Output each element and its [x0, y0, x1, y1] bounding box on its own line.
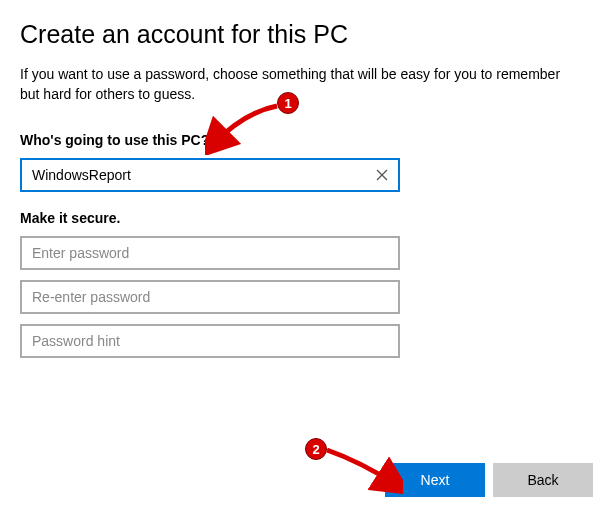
back-button[interactable]: Back: [493, 463, 593, 497]
annotation-badge-2: 2: [305, 438, 327, 460]
intro-text: If you want to use a password, choose so…: [20, 65, 580, 104]
password-hint-input[interactable]: [20, 324, 400, 358]
password-field-wrap: [20, 236, 400, 270]
username-label: Who's going to use this PC?: [20, 132, 593, 148]
password-confirm-input[interactable]: [20, 280, 400, 314]
next-button[interactable]: Next: [385, 463, 485, 497]
password2-field-wrap: [20, 280, 400, 314]
password-input[interactable]: [20, 236, 400, 270]
button-row: Next Back: [385, 463, 593, 497]
clear-icon[interactable]: [370, 163, 394, 187]
secure-label: Make it secure.: [20, 210, 593, 226]
hint-field-wrap: [20, 324, 400, 358]
username-field-wrap: [20, 158, 400, 192]
username-input[interactable]: [20, 158, 400, 192]
page-title: Create an account for this PC: [20, 20, 593, 49]
